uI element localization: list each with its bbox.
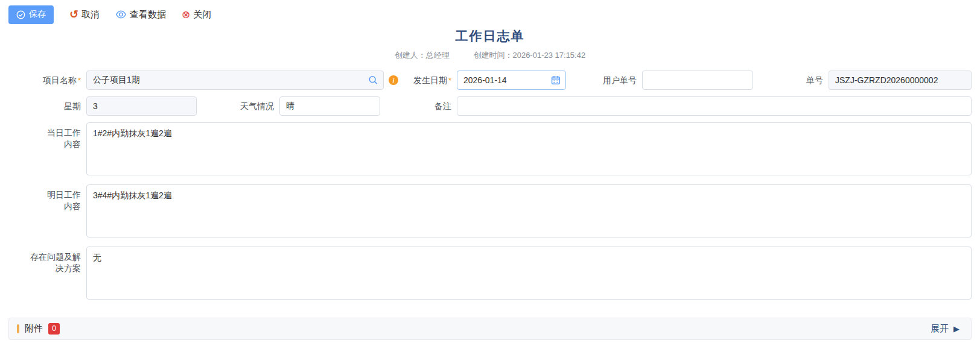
creator-label: 创建人： bbox=[395, 51, 426, 60]
close-button[interactable]: ⊗ 关闭 bbox=[182, 9, 211, 20]
tomorrow-work-label: 明日工作 内容 bbox=[8, 184, 86, 212]
today-work-textarea[interactable]: 1#2#内勤抹灰1遍2遍 bbox=[86, 122, 972, 175]
form-header: 工作日志单 创建人：总经理 创建时间：2026-01-23 17:15:42 bbox=[0, 28, 980, 61]
search-icon[interactable] bbox=[368, 75, 378, 86]
problems-label: 存在问题及解 决方案 bbox=[8, 247, 86, 274]
cancel-button[interactable]: ↺ 取消 bbox=[69, 9, 100, 20]
field-today-work: 当日工作 内容 1#2#内勤抹灰1遍2遍 bbox=[8, 122, 972, 175]
weather-input[interactable] bbox=[279, 96, 380, 116]
section-marker-bar bbox=[17, 324, 19, 333]
field-remark: 备注 bbox=[380, 96, 972, 116]
remark-label: 备注 bbox=[380, 101, 457, 112]
occur-date-input[interactable] bbox=[457, 71, 566, 90]
creator-value: 总经理 bbox=[426, 51, 450, 60]
worklog-form: 项目名称* i 发生日期* 用户单号 单号 bbox=[0, 61, 980, 300]
attachments-section-bar[interactable]: 附件 0 展开 ▶ bbox=[8, 318, 972, 340]
field-occur-date: 发生日期* bbox=[398, 71, 566, 90]
today-work-label: 当日工作 内容 bbox=[8, 122, 86, 150]
view-data-button[interactable]: 查看数据 bbox=[115, 9, 166, 20]
order-no-label: 单号 bbox=[753, 75, 829, 86]
expand-button[interactable]: 展开 ▶ bbox=[927, 322, 963, 335]
calendar-icon[interactable] bbox=[551, 75, 561, 85]
form-row-1: 项目名称* i 发生日期* 用户单号 单号 bbox=[8, 71, 972, 90]
expand-button-label: 展开 bbox=[931, 323, 949, 335]
view-data-button-label: 查看数据 bbox=[130, 9, 166, 20]
remark-input[interactable] bbox=[457, 96, 972, 116]
save-button-label: 保存 bbox=[29, 9, 46, 20]
week-input bbox=[86, 96, 197, 116]
field-project-name: 项目名称* i bbox=[8, 71, 398, 90]
field-problems: 存在问题及解 决方案 无 bbox=[8, 247, 972, 300]
created-time-pair: 创建时间：2026-01-23 17:15:42 bbox=[473, 51, 585, 60]
form-row-2: 星期 天气情况 备注 bbox=[8, 96, 972, 116]
created-time-label: 创建时间： bbox=[473, 51, 512, 60]
undo-icon: ↺ bbox=[69, 9, 78, 20]
order-no-input bbox=[829, 71, 972, 90]
field-week: 星期 bbox=[8, 96, 197, 116]
project-name-label: 项目名称* bbox=[8, 75, 86, 86]
project-name-input[interactable] bbox=[86, 71, 384, 90]
attachments-count-badge: 0 bbox=[48, 323, 60, 335]
toolbar: 保存 ↺ 取消 查看数据 ⊗ 关闭 bbox=[0, 0, 980, 24]
field-weather: 天气情况 bbox=[197, 96, 380, 116]
user-order-no-label: 用户单号 bbox=[566, 75, 642, 86]
close-button-label: 关闭 bbox=[193, 9, 211, 20]
occur-date-label: 发生日期* bbox=[398, 75, 457, 86]
attachments-label: 附件 bbox=[25, 323, 43, 335]
week-label: 星期 bbox=[8, 101, 86, 112]
creator-pair: 创建人：总经理 bbox=[395, 51, 450, 60]
page-title: 工作日志单 bbox=[0, 28, 980, 45]
field-order-no: 单号 bbox=[753, 71, 972, 90]
user-order-no-input[interactable] bbox=[642, 71, 753, 90]
field-tomorrow-work: 明日工作 内容 3#4#内勤抹灰1遍2遍 bbox=[8, 184, 972, 237]
check-circle-icon bbox=[16, 10, 25, 19]
tomorrow-work-textarea[interactable]: 3#4#内勤抹灰1遍2遍 bbox=[86, 184, 972, 237]
weather-label: 天气情况 bbox=[197, 101, 279, 112]
cancel-button-label: 取消 bbox=[81, 9, 100, 20]
save-button[interactable]: 保存 bbox=[8, 5, 54, 24]
required-mark: * bbox=[78, 76, 81, 85]
close-circle-icon: ⊗ bbox=[182, 10, 190, 20]
triangle-right-icon: ▶ bbox=[953, 325, 959, 333]
creation-meta: 创建人：总经理 创建时间：2026-01-23 17:15:42 bbox=[0, 50, 980, 61]
required-mark: * bbox=[448, 76, 451, 85]
field-user-order-no: 用户单号 bbox=[566, 71, 753, 90]
eye-icon bbox=[115, 10, 127, 19]
problems-textarea[interactable]: 无 bbox=[86, 247, 972, 300]
created-time-value: 2026-01-23 17:15:42 bbox=[512, 51, 585, 60]
info-icon[interactable]: i bbox=[389, 75, 398, 85]
